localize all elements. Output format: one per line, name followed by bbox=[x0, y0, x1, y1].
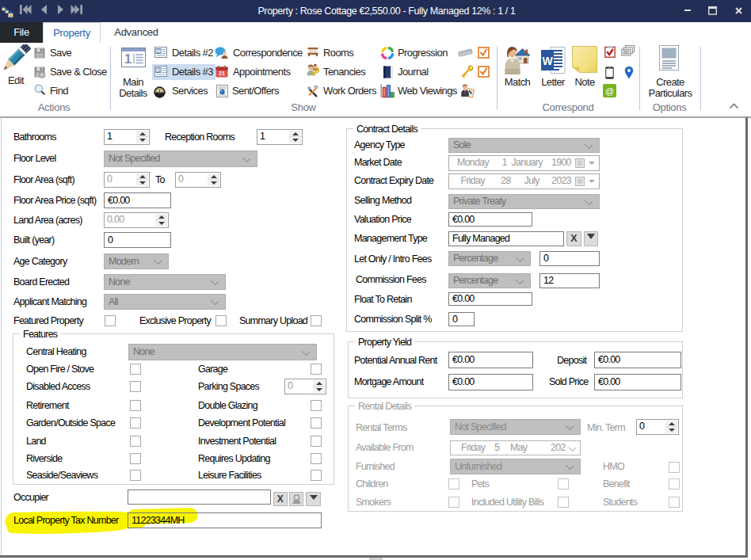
svg-text:2: 2 bbox=[157, 48, 160, 54]
svg-text:1: 1 bbox=[124, 51, 131, 67]
svg-text:21: 21 bbox=[219, 70, 225, 76]
svg-text:@: @ bbox=[605, 86, 614, 96]
svg-text:W: W bbox=[542, 55, 553, 67]
svg-text:3: 3 bbox=[157, 67, 160, 73]
